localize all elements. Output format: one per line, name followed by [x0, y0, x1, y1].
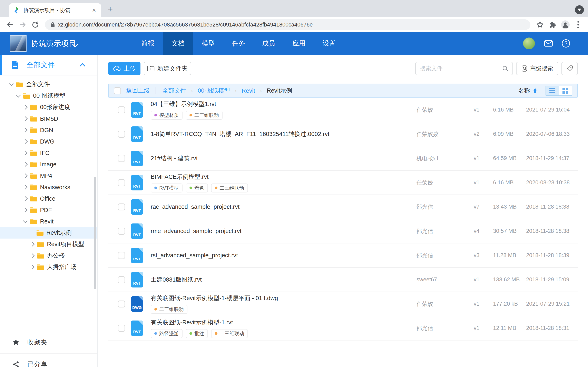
reload-icon[interactable] — [29, 18, 42, 31]
tree-item[interactable]: DGN — [0, 124, 97, 136]
app-tab-5[interactable]: 成员 — [254, 32, 284, 55]
file-tag[interactable]: 模型材质 — [151, 111, 182, 120]
sidebar-section[interactable]: 收藏夹 — [0, 332, 97, 354]
list-view-button[interactable] — [546, 86, 559, 95]
file-tag[interactable]: 二三维联动 — [211, 329, 248, 338]
file-name[interactable]: BIMFACE示例模型.rvt — [151, 173, 416, 181]
file-row[interactable]: RVT有关联图纸-Revit示例模型-1.rvt路径漫游批注二三维联动邵光信v1… — [108, 316, 578, 341]
file-row[interactable]: RVTrst_advanced_sample_project.rvt邵光信v31… — [108, 243, 578, 268]
search-icon[interactable] — [502, 65, 509, 72]
new-tab-button[interactable]: + — [107, 4, 113, 13]
file-row[interactable]: RVTrme_advanced_sample_project.rvt邵光信v43… — [108, 219, 578, 243]
file-row[interactable]: RVTBIMFACE示例模型.rvtRVT模型着色二三维联动任荣姣v16.16 … — [108, 171, 578, 195]
app-tab-7[interactable]: 设置 — [314, 32, 344, 55]
tree-item[interactable]: BIM5D — [0, 113, 97, 124]
tree-item[interactable]: PDF — [0, 204, 97, 216]
tree-chevron-icon[interactable] — [9, 82, 14, 86]
advanced-search-button[interactable]: 高级搜索 — [516, 62, 558, 75]
file-name[interactable]: 有关联图纸-Revit示例模型-1.rvt — [151, 318, 416, 327]
app-tab-2[interactable]: 文档 — [163, 32, 193, 55]
grid-view-button[interactable] — [559, 86, 572, 95]
tree-chevron-icon[interactable] — [23, 162, 28, 167]
tree-chevron-icon[interactable] — [30, 265, 35, 269]
tree-item[interactable]: 全部文件 — [0, 79, 97, 90]
file-name[interactable]: rac_advanced_sample_project.rvt — [151, 203, 416, 210]
tree-item[interactable]: Office — [0, 193, 97, 204]
file-row[interactable]: RVT04【三维】示例模型1.rvt模型材质二三维联动任荣姣v16.16 MB2… — [108, 98, 578, 122]
file-checkbox[interactable] — [118, 325, 125, 332]
tree-item[interactable]: Navisworks — [0, 182, 97, 193]
file-checkbox[interactable] — [118, 106, 125, 113]
url-bar[interactable]: xz.glodon.com/document/278b7967ebba4708a… — [45, 19, 530, 30]
tree-item[interactable]: 办公楼 — [0, 250, 97, 261]
extensions-puzzle-icon[interactable] — [546, 18, 559, 31]
file-name[interactable]: rme_advanced_sample_project.rvt — [151, 228, 416, 234]
browser-menu-icon[interactable] — [572, 18, 584, 31]
app-tab-6[interactable]: 应用 — [284, 32, 314, 55]
tree-item[interactable]: Revit项目模型 — [0, 239, 97, 250]
tab-search-button[interactable] — [575, 5, 584, 14]
file-name[interactable]: 有关联图纸-Revit示例模型-1-楼层平面 - 01 f.dwg — [151, 294, 416, 302]
file-checkbox[interactable] — [118, 131, 125, 138]
breadcrumb-link[interactable]: 全部文件 — [163, 87, 186, 95]
back-icon[interactable] — [4, 18, 16, 31]
new-folder-button[interactable]: 新建文件夹 — [144, 62, 191, 75]
file-name[interactable]: rst_advanced_sample_project.rvt — [151, 252, 416, 259]
sort-ascending-icon[interactable] — [533, 88, 537, 94]
file-name[interactable]: 04【三维】示例模型1.rvt — [151, 100, 416, 108]
search-input[interactable] — [419, 65, 502, 72]
app-tab-3[interactable]: 模型 — [193, 32, 223, 55]
file-checkbox[interactable] — [118, 155, 125, 162]
file-row[interactable]: RVT土建0831版图纸.rvtsweet67v1138.62 MB2018-1… — [108, 268, 578, 292]
mail-icon[interactable] — [544, 40, 553, 47]
project-title[interactable]: 协筑演示项目 — [31, 39, 76, 49]
bookmark-star-icon[interactable] — [534, 18, 546, 31]
tree-item[interactable]: 00-图纸模型 — [0, 90, 97, 101]
file-checkbox[interactable] — [118, 179, 125, 186]
file-name[interactable]: 1-8简单RVT-RCCQ_T4N_塔楼_AR_F11_160325411转换过… — [151, 130, 416, 138]
project-thumbnail[interactable] — [10, 35, 26, 52]
browser-tab[interactable]: 协筑演示项目 - 协筑 × — [9, 3, 101, 17]
file-checkbox[interactable] — [118, 300, 125, 308]
help-icon[interactable]: ? — [562, 39, 570, 48]
tree-chevron-icon[interactable] — [23, 174, 28, 178]
back-to-parent-link[interactable]: 返回上级 — [126, 87, 150, 95]
sidebar-section[interactable]: 已分享 — [0, 354, 97, 367]
file-name[interactable]: 21#结构 - 建筑.rvt — [151, 154, 416, 162]
file-tag[interactable]: 二三维联动 — [186, 111, 223, 120]
breadcrumb-link[interactable]: Revit — [242, 87, 255, 94]
app-tab-4[interactable]: 任务 — [223, 32, 254, 55]
tree-chevron-icon[interactable] — [16, 93, 21, 98]
breadcrumb-link[interactable]: 00-图纸模型 — [198, 87, 230, 95]
tree-item[interactable]: MP4 — [0, 170, 97, 182]
file-row[interactable]: RVTrac_advanced_sample_project.rvt邵光信v71… — [108, 195, 578, 219]
forward-icon[interactable] — [16, 18, 29, 31]
tree-chevron-icon[interactable] — [23, 151, 28, 155]
upload-button[interactable]: 上传 — [108, 62, 140, 75]
file-checkbox[interactable] — [118, 276, 125, 283]
file-checkbox[interactable] — [118, 252, 125, 259]
tree-item[interactable]: DWG — [0, 136, 97, 147]
tree-chevron-icon[interactable] — [23, 139, 28, 144]
file-tag[interactable]: 路径漫游 — [151, 329, 182, 338]
tree-chevron-icon[interactable] — [23, 218, 28, 223]
file-tag[interactable]: RVT模型 — [151, 184, 182, 192]
file-name[interactable]: 土建0831版图纸.rvt — [151, 276, 416, 284]
tree-chevron-icon[interactable] — [23, 128, 28, 133]
tab-close-icon[interactable]: × — [91, 7, 97, 14]
sort-label[interactable]: 名称 — [518, 87, 530, 95]
file-row[interactable]: RVT21#结构 - 建筑.rvt机电-孙工v164.59 MB2018-11-… — [108, 146, 578, 171]
tree-item[interactable]: IFC — [0, 147, 97, 159]
file-tag[interactable]: 着色 — [186, 184, 208, 192]
sidebar-header-all-files[interactable]: 全部文件 — [0, 55, 97, 75]
sidebar-scrollbar[interactable] — [94, 177, 96, 289]
tree-item[interactable]: Revit — [0, 216, 97, 227]
file-tag[interactable]: 二三维联动 — [211, 184, 248, 192]
tree-chevron-icon[interactable] — [23, 117, 28, 121]
tree-item[interactable]: 00形象进度 — [0, 101, 97, 113]
browser-profile-avatar[interactable] — [559, 18, 572, 31]
tag-filter-button[interactable] — [562, 62, 578, 75]
tree-chevron-icon[interactable] — [30, 253, 35, 258]
file-tag[interactable]: 批注 — [186, 329, 208, 338]
file-row[interactable]: RVT1-8简单RVT-RCCQ_T4N_塔楼_AR_F11_160325411… — [108, 122, 578, 146]
